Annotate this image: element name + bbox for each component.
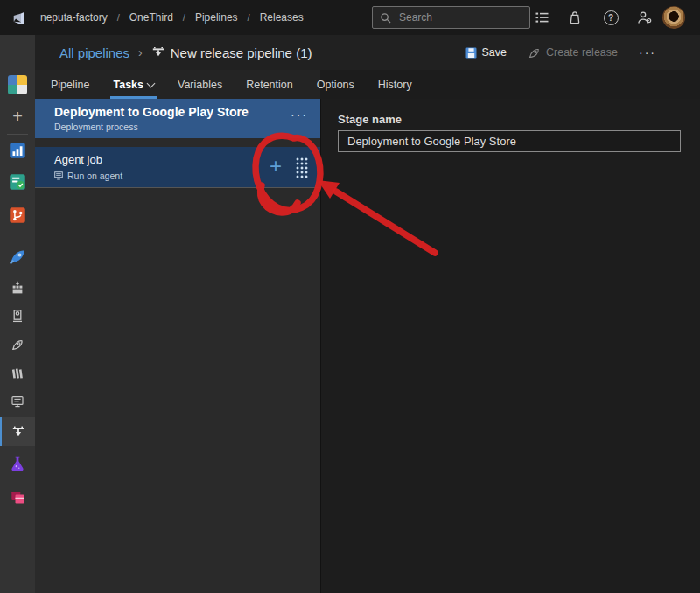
search-icon	[380, 12, 391, 24]
agent-icon	[54, 171, 63, 180]
stage-title: Deployment to Google Play Store	[54, 105, 248, 119]
agent-job-row[interactable]: Agent job Run on agent +	[35, 147, 320, 187]
help-icon[interactable]: ?	[603, 10, 619, 25]
marketplace-bag-icon[interactable]	[567, 10, 583, 25]
sidebar-item-pipelines[interactable]	[0, 247, 35, 266]
add-task-button[interactable]: +	[270, 154, 282, 178]
list-icon[interactable]	[534, 10, 550, 25]
save-label: Save	[482, 46, 508, 59]
agent-job-subtitle: Run on agent	[67, 171, 122, 181]
sidebar-item-deployment-groups[interactable]	[0, 309, 35, 323]
create-release-label: Create release	[546, 46, 618, 59]
deployment-groups-icon	[10, 309, 24, 323]
stage-more-button[interactable]: ···	[290, 108, 308, 122]
stage-name-label: Stage name	[338, 113, 402, 126]
tab-retention[interactable]: Retention	[246, 70, 293, 99]
breadcrumb-project[interactable]: OneThird	[130, 11, 173, 24]
sidebar-divider	[7, 134, 28, 135]
agent-job-title: Agent job	[54, 153, 102, 166]
sidebar-item-task-groups[interactable]	[0, 394, 35, 408]
sidebar-item-repos[interactable]	[0, 206, 35, 224]
environments-icon	[10, 281, 24, 295]
tasks-outline-panel: Deployment to Google Play Store Deployme…	[35, 99, 320, 593]
tab-variables[interactable]: Variables	[178, 70, 222, 99]
releases-icon	[11, 425, 25, 439]
library-books-icon	[10, 366, 24, 380]
stage-header-card[interactable]: Deployment to Google Play Store Deployme…	[35, 99, 320, 138]
new-item-button[interactable]: +	[0, 107, 35, 127]
more-actions-button[interactable]: ···	[639, 45, 656, 59]
boards-check-icon	[9, 173, 26, 191]
breadcrumb-pipelines[interactable]: Pipelines	[195, 11, 238, 24]
project-avatar[interactable]	[0, 75, 35, 94]
pipelines-rocket-icon	[8, 247, 27, 266]
stage-name-input[interactable]	[338, 130, 681, 152]
tab-pipeline[interactable]: Pipeline	[51, 70, 89, 99]
sidebar-item-library[interactable]	[0, 366, 35, 380]
release-pipeline-icon	[151, 45, 165, 59]
user-settings-icon[interactable]	[636, 10, 652, 25]
azure-devops-logo[interactable]	[9, 8, 32, 27]
sidebar-item-releases[interactable]	[0, 417, 35, 446]
breadcrumb-separator: /	[183, 12, 186, 23]
sidebar-item-test-plans[interactable]	[0, 455, 35, 472]
artifacts-boxes-icon	[9, 488, 26, 506]
save-floppy-icon	[466, 47, 477, 59]
overview-chart-icon	[9, 142, 26, 159]
pipeline-tabs: Pipeline Tasks Variables Retention Optio…	[35, 70, 700, 99]
breadcrumb-org[interactable]: neputa-factory	[40, 11, 108, 24]
header-breadcrumb-separator: ›	[138, 45, 143, 59]
repos-branch-icon	[9, 206, 26, 224]
project-sidebar: +	[0, 35, 35, 593]
panel-divider	[35, 187, 320, 188]
all-pipelines-link[interactable]: All pipelines	[60, 45, 130, 60]
stage-details-panel: Stage name	[320, 99, 700, 593]
breadcrumb-separator: /	[117, 12, 120, 23]
tab-tasks[interactable]: Tasks	[113, 70, 154, 99]
user-avatar[interactable]	[662, 6, 685, 29]
breadcrumb-separator: /	[248, 12, 250, 23]
tab-options[interactable]: Options	[317, 70, 354, 99]
help-glyph: ?	[604, 10, 619, 25]
create-release-button[interactable]: Create release	[528, 46, 618, 59]
pipeline-header-bar: All pipelines › New release pipeline (1)…	[35, 35, 700, 70]
task-groups-icon	[10, 394, 24, 408]
stage-subtitle: Deployment process	[54, 122, 138, 132]
rocket-outline-icon	[10, 338, 24, 352]
tab-history[interactable]: History	[378, 70, 412, 99]
sidebar-item-pipelines-rocket[interactable]	[0, 338, 35, 352]
sidebar-item-environments[interactable]	[0, 281, 35, 295]
drag-grip-icon[interactable]	[296, 157, 308, 178]
page-title: New release pipeline (1)	[171, 45, 312, 60]
save-button[interactable]: Save	[466, 46, 508, 59]
sidebar-item-boards[interactable]	[0, 173, 35, 191]
sidebar-item-overview[interactable]	[0, 142, 35, 159]
sidebar-item-artifacts[interactable]	[0, 488, 35, 506]
search-input[interactable]	[372, 6, 530, 29]
top-bar: neputa-factory / OneThird / Pipelines / …	[0, 0, 700, 35]
breadcrumb-releases[interactable]: Releases	[260, 11, 304, 24]
create-release-rocket-icon	[528, 46, 541, 59]
test-plans-flask-icon	[9, 455, 26, 472]
breadcrumb: neputa-factory / OneThird / Pipelines / …	[40, 11, 304, 24]
search-field[interactable]	[397, 10, 506, 24]
chevron-down-icon	[147, 79, 156, 87]
